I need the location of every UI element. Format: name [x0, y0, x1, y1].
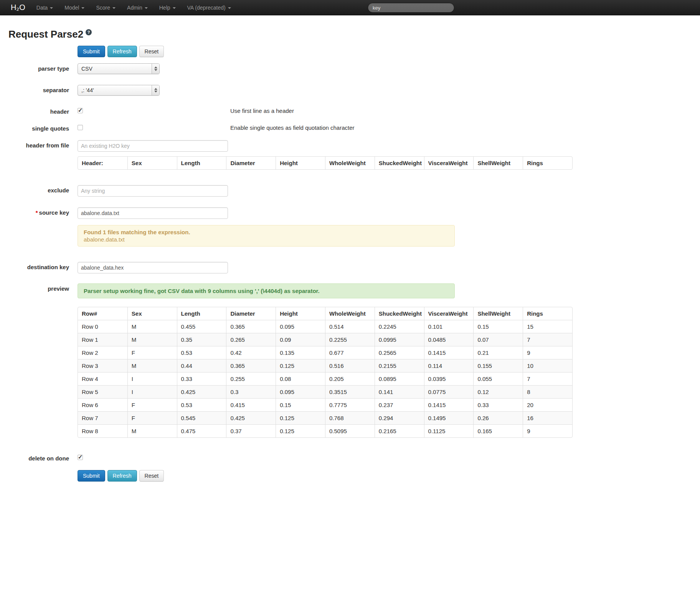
table-cell: 0.09	[276, 333, 325, 346]
table-cell: 0.0995	[375, 333, 424, 346]
table-cell: 0.475	[177, 424, 226, 437]
table-cell: 0.125	[276, 411, 325, 424]
refresh-button[interactable]: Refresh	[107, 46, 137, 57]
column-header: Length	[177, 307, 226, 320]
header-help-text: Use first line as a header	[230, 106, 294, 114]
menu-admin[interactable]: Admin	[121, 0, 154, 15]
parser-type-row: parser type CSV	[8, 63, 692, 74]
menu-data-label: Data	[36, 5, 48, 11]
table-cell: Row 0	[78, 320, 127, 333]
table-cell: Row 3	[78, 359, 127, 372]
table-row: Row 5I0.4250.30.0950.35150.1410.07750.12…	[78, 385, 572, 398]
table-cell: Row 2	[78, 346, 127, 359]
submit-button[interactable]: Submit	[78, 470, 105, 482]
refresh-button[interactable]: Refresh	[107, 470, 137, 482]
table-cell: 0.294	[375, 411, 424, 424]
table-cell: 0.1495	[424, 411, 474, 424]
table-cell: 0.155	[473, 359, 523, 372]
header-table-row: Header:SexLengthDiameterHeightWholeWeigh…	[8, 156, 692, 170]
table-header-row: Row#SexLengthDiameterHeightWholeWeightSh…	[78, 307, 572, 320]
caret-down-icon	[173, 7, 176, 9]
menu-model[interactable]: Model	[59, 0, 90, 15]
table-cell: 0.21	[473, 346, 523, 359]
required-asterisk: *	[36, 209, 38, 216]
table-cell: 0.0485	[424, 333, 474, 346]
parser-type-select[interactable]: CSV	[78, 63, 160, 74]
source-key-label-text: source key	[39, 209, 69, 216]
table-cell: M	[127, 320, 177, 333]
table-body: Row 0M0.4550.3650.0950.5140.22450.1010.1…	[78, 320, 572, 437]
files-found-alert: Found 1 files matching the expression. a…	[78, 225, 455, 247]
table-cell: 10	[523, 359, 572, 372]
table-cell: 0.15	[276, 398, 325, 411]
arrow-up-icon	[154, 88, 157, 90]
page-content: Request Parse2? Submit Refresh Reset par…	[0, 28, 700, 482]
table-cell: 0.265	[226, 333, 276, 346]
delete-on-done-label: delete on done	[8, 453, 69, 462]
submit-button[interactable]: Submit	[78, 46, 105, 57]
exclude-input[interactable]	[78, 185, 228, 197]
menu-va-deprecated[interactable]: VA (deprecated)	[182, 0, 237, 15]
separator-select[interactable]: ,: '44'	[78, 85, 160, 96]
table-cell: 0.15	[473, 320, 523, 333]
menu-data[interactable]: Data	[31, 0, 59, 15]
table-cell: I	[127, 372, 177, 385]
arrow-down-icon	[154, 69, 157, 71]
table-cell: F	[127, 346, 177, 359]
reset-button[interactable]: Reset	[139, 46, 164, 57]
table-cell: 0.1415	[424, 398, 474, 411]
table-cell: 0.3515	[325, 385, 375, 398]
column-header: Length	[177, 157, 226, 169]
caret-down-icon	[145, 7, 148, 9]
table-cell: 0.365	[226, 320, 276, 333]
table-cell: 0.7775	[325, 398, 375, 411]
table-cell: 0.2255	[325, 333, 375, 346]
source-key-label: *source key	[8, 207, 69, 216]
search-input[interactable]	[368, 3, 454, 13]
menu-score[interactable]: Score	[90, 0, 121, 15]
source-key-input[interactable]	[78, 207, 228, 219]
separator-row: separator ,: '44'	[8, 85, 692, 96]
table-cell: Row 8	[78, 424, 127, 437]
table-cell: 0.514	[325, 320, 375, 333]
help-icon[interactable]: ?	[86, 29, 92, 35]
delete-on-done-checkbox[interactable]	[78, 455, 83, 460]
table-cell: 0.12	[473, 385, 523, 398]
table-cell: 0.114	[424, 359, 474, 372]
header-checkbox[interactable]	[78, 108, 83, 113]
column-header: Sex	[127, 157, 177, 169]
table-cell: 0.3	[226, 385, 276, 398]
single-quotes-checkbox[interactable]	[78, 125, 83, 130]
table-cell: Row 4	[78, 372, 127, 385]
table-cell: 0.125	[276, 359, 325, 372]
menu-help-label: Help	[159, 5, 170, 11]
h2o-logo[interactable]: H₂O	[0, 3, 31, 12]
table-header-row: Header:SexLengthDiameterHeightWholeWeigh…	[78, 157, 572, 169]
table-row: Row 0M0.4550.3650.0950.5140.22450.1010.1…	[78, 320, 572, 333]
table-cell: 7	[523, 372, 572, 385]
navbar-search	[368, 3, 454, 13]
exclude-row: exclude	[8, 185, 692, 197]
exclude-label: exclude	[8, 185, 69, 194]
table-cell: 0.545	[177, 411, 226, 424]
parser-type-selected-value: CSV	[78, 66, 152, 72]
page-title: Request Parse2?	[8, 28, 692, 40]
table-row: Row 4I0.330.2550.080.2050.08950.03950.05…	[78, 372, 572, 385]
destination-key-input[interactable]	[78, 262, 228, 273]
table-cell: 0.0895	[375, 372, 424, 385]
select-stepper-icon	[152, 64, 159, 74]
table-cell: F	[127, 411, 177, 424]
table-cell: 0.0395	[424, 372, 474, 385]
column-header: Header:	[78, 157, 127, 169]
header-from-file-input[interactable]	[78, 140, 228, 152]
select-stepper-icon	[152, 85, 159, 95]
table-cell: 0.415	[226, 398, 276, 411]
table-cell: 0.37	[226, 424, 276, 437]
menu-help[interactable]: Help	[154, 0, 182, 15]
reset-button[interactable]: Reset	[139, 470, 164, 482]
table-cell: Row 7	[78, 411, 127, 424]
table-cell: M	[127, 359, 177, 372]
table-cell: 0.1125	[424, 424, 474, 437]
separator-selected-value: ,: '44'	[78, 87, 152, 93]
table-cell: 0.677	[325, 346, 375, 359]
